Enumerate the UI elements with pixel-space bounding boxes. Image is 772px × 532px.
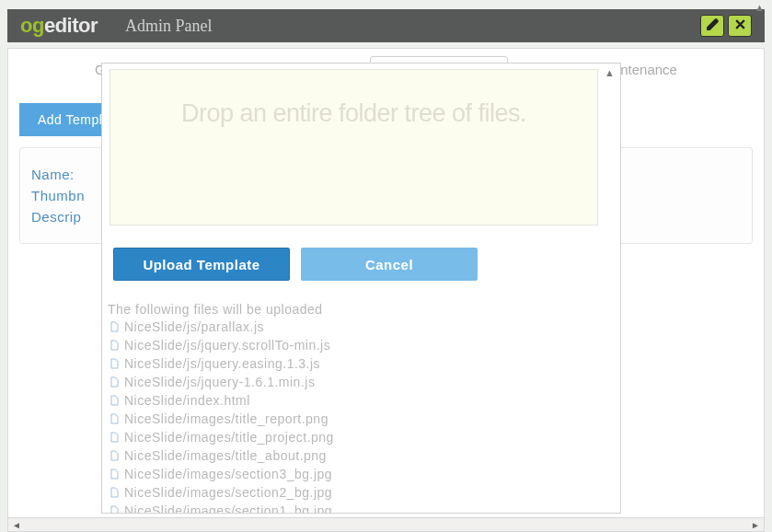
header-actions	[700, 15, 752, 37]
file-path: NiceSlide/js/jquery.scrollTo-min.js	[124, 337, 330, 353]
modal-buttons: Upload Template Cancel	[113, 248, 478, 281]
file-icon	[108, 449, 121, 462]
file-icon	[108, 412, 121, 425]
logo-editor: editor	[44, 14, 98, 37]
file-path: NiceSlide/js/jquery.easing.1.3.js	[124, 355, 320, 372]
app-header: ogeditor Admin Panel	[7, 9, 765, 42]
file-icon	[108, 394, 121, 407]
file-icon	[108, 468, 121, 480]
logo: ogeditor	[20, 14, 98, 38]
file-row: NiceSlide/js/parallax.js	[108, 318, 600, 335]
file-row: NiceSlide/images/section1_bg.jpg	[108, 503, 600, 514]
file-icon	[108, 320, 121, 333]
logo-og: og	[20, 14, 44, 37]
file-row: NiceSlide/js/jquery.scrollTo-min.js	[108, 337, 600, 353]
dropzone[interactable]: Drop an entire folder tree of files.	[109, 69, 598, 226]
file-path: NiceSlide/images/title_about.png	[124, 447, 327, 464]
upload-modal: ▲ Drop an entire folder tree of files. U…	[101, 63, 621, 514]
file-path: NiceSlide/images/section3_bg.jpg	[124, 466, 332, 482]
close-icon	[733, 17, 747, 35]
file-row: NiceSlide/index.html	[108, 392, 600, 409]
file-path: NiceSlide/js/parallax.js	[124, 318, 264, 335]
dropzone-text: Drop an entire folder tree of files.	[181, 99, 526, 128]
files-heading: The following files will be uploaded	[108, 302, 600, 317]
files-list: The following files will be uploaded Nic…	[106, 298, 600, 513]
scroll-right-arrow-icon[interactable]: ►	[751, 520, 760, 530]
edit-button[interactable]	[700, 15, 724, 37]
file-path: NiceSlide/images/title_project.png	[124, 429, 334, 445]
cancel-button[interactable]: Cancel	[301, 248, 478, 281]
file-path: NiceSlide/index.html	[124, 392, 250, 409]
file-row: NiceSlide/images/title_project.png	[108, 429, 600, 445]
file-path: NiceSlide/images/title_report.png	[124, 411, 328, 427]
upload-template-button[interactable]: Upload Template	[113, 248, 290, 281]
pencil-icon	[706, 17, 720, 35]
file-icon	[108, 339, 121, 352]
page-title: Admin Panel	[125, 17, 213, 36]
file-icon	[108, 486, 121, 499]
scroll-left-arrow-icon[interactable]: ◄	[12, 520, 21, 530]
file-path: NiceSlide/js/jquery-1.6.1.min.js	[124, 374, 315, 390]
file-icon	[108, 504, 121, 514]
file-row: NiceSlide/images/title_report.png	[108, 411, 600, 427]
scroll-up-arrow-icon[interactable]: ▲	[605, 67, 615, 78]
file-icon	[108, 431, 121, 444]
file-path: NiceSlide/images/section1_bg.jpg	[124, 503, 332, 514]
file-icon	[108, 376, 121, 388]
file-path: NiceSlide/images/section2_bg.jpg	[124, 484, 332, 501]
file-icon	[108, 357, 121, 370]
close-button[interactable]	[728, 15, 752, 37]
file-row: NiceSlide/images/section2_bg.jpg	[108, 484, 600, 501]
file-row: NiceSlide/js/jquery.easing.1.3.js	[108, 355, 600, 372]
file-row: NiceSlide/images/section3_bg.jpg	[108, 466, 600, 482]
horizontal-scrollbar[interactable]: ◄ ►	[7, 517, 765, 532]
file-row: NiceSlide/images/title_about.png	[108, 447, 600, 464]
scroll-up-arrow-icon[interactable]: ▲	[755, 2, 765, 13]
file-row: NiceSlide/js/jquery-1.6.1.min.js	[108, 374, 600, 390]
